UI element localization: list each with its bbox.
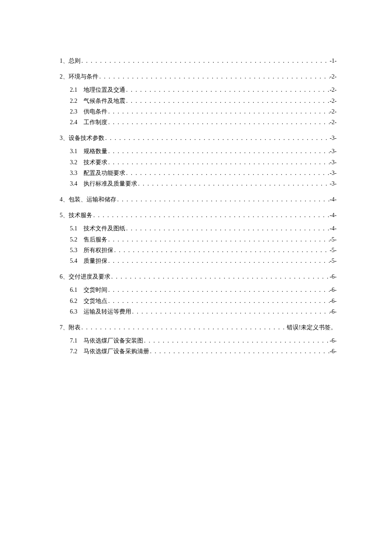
toc-entry-sub: 6.3运输及转运等费用-6- (60, 306, 337, 317)
toc-page-number: -4- (330, 194, 337, 205)
toc-page-number: 错误!未定义书签。 (287, 322, 337, 333)
toc-page-number: -1- (330, 55, 337, 66)
toc-page-number: -6- (330, 346, 337, 357)
toc-entry-sub: 5.4质量担保-5- (60, 256, 337, 266)
toc-leader-dots (107, 296, 330, 306)
toc-children: 2.1地理位置及交通-2-2.2气候条件及地震-2-2.3供电条件-2-2.4工… (60, 84, 337, 128)
toc-title: 地理位置及交通 (84, 84, 125, 95)
toc-leader-dots (107, 106, 330, 117)
toc-number: 4、 (60, 194, 69, 205)
toc-title: 马依选煤厂设备采购清册 (84, 346, 149, 357)
toc-entry-sub: 7.2马依选煤厂设备采购清册-6- (60, 346, 337, 357)
toc-number: 3.1 (70, 146, 84, 157)
toc-number: 7.2 (70, 346, 84, 357)
toc-leader-dots (125, 84, 330, 95)
toc-leader-dots (107, 117, 330, 128)
toc-leader-dots (98, 71, 330, 82)
toc-entry-sub: 7.1马依选煤厂设备安装图-6- (60, 335, 337, 346)
toc-number: 6.1 (70, 285, 84, 295)
toc-number: 7、 (60, 322, 69, 333)
toc-number: 5、 (60, 210, 69, 221)
toc-number: 3.4 (70, 178, 84, 189)
toc-number: 2.1 (70, 84, 84, 95)
toc-title: 配置及功能要求 (84, 168, 125, 178)
toc-number: 5.3 (70, 245, 84, 256)
toc-section: 1、总则-1- (60, 55, 337, 66)
toc-leader-dots (110, 271, 330, 282)
toc-entry-sub: 3.4执行标准及质量要求-3- (60, 178, 337, 189)
toc-number: 2.4 (70, 117, 84, 128)
toc-title: 马依选煤厂设备安装图 (84, 335, 143, 346)
toc-leader-dots (137, 178, 330, 189)
toc-number: 6.2 (70, 296, 84, 306)
toc-leader-dots (81, 322, 287, 333)
toc-section: 7、附表错误!未定义书签。7.1马依选煤厂设备安装图-6-7.2马依选煤厂设备采… (60, 322, 337, 357)
toc-number: 7.1 (70, 335, 84, 346)
toc-leader-dots (131, 306, 330, 317)
toc-section: 6、交付进度及要求-6-6.1交货时间-6-6.2交货地点-6-6.3运输及转运… (60, 271, 337, 317)
toc-page-number: -2- (330, 106, 337, 117)
toc-page-number: -3- (330, 133, 337, 143)
toc-page-number: -2- (330, 71, 337, 82)
toc-leader-dots (143, 335, 330, 346)
toc-title: 附表 (69, 322, 81, 333)
toc-title: 工作制度 (84, 117, 107, 128)
toc-page-number: -6- (330, 335, 337, 346)
toc-entry-main: 4、包装、运输和储存-4- (60, 194, 337, 205)
toc-entry-sub: 2.4工作制度-2- (60, 117, 337, 128)
toc-page-number: -6- (330, 271, 337, 282)
toc-page-number: -3- (330, 168, 337, 178)
toc-entry-sub: 3.2技术要求-3- (60, 157, 337, 168)
toc-leader-dots (104, 133, 330, 143)
toc-title: 售后服务 (84, 234, 107, 245)
toc-title: 供电条件 (84, 106, 107, 117)
toc-title: 包装、运输和储存 (69, 194, 116, 205)
toc-entry-main: 6、交付进度及要求-6- (60, 271, 337, 282)
toc-entry-sub: 5.1技术文件及图纸-4- (60, 223, 337, 234)
toc-leader-dots (107, 146, 330, 157)
toc-title: 交货时间 (84, 285, 107, 295)
toc-leader-dots (107, 256, 330, 266)
toc-entry-main: 7、附表错误!未定义书签。 (60, 322, 337, 333)
toc-number: 2、 (60, 71, 69, 82)
toc-number: 3.2 (70, 157, 84, 168)
toc-entry-sub: 5.2售后服务-5- (60, 234, 337, 245)
toc-title: 总则 (69, 55, 81, 66)
toc-entry-main: 3、设备技术参数-3- (60, 133, 337, 143)
toc-leader-dots (107, 157, 330, 168)
toc-section: 5、技术服务-4-5.1技术文件及图纸-4-5.2售后服务-5-5.3所有权担保… (60, 210, 337, 266)
toc-number: 3.3 (70, 168, 84, 178)
toc-children: 6.1交货时间-6-6.2交货地点-6-6.3运输及转运等费用-6- (60, 285, 337, 317)
toc-title: 交付进度及要求 (69, 271, 110, 282)
toc-entry-sub: 3.1规格数量-3- (60, 146, 337, 157)
toc-children: 7.1马依选煤厂设备安装图-6-7.2马依选煤厂设备采购清册-6- (60, 335, 337, 357)
toc-entry-main: 2、环境与条件-2- (60, 71, 337, 82)
toc-title: 技术要求 (84, 157, 107, 168)
toc-number: 6.3 (70, 306, 84, 317)
toc-entry-sub: 2.1地理位置及交通-2- (60, 84, 337, 95)
toc-leader-dots (125, 96, 330, 106)
toc-entry-sub: 2.3供电条件-2- (60, 106, 337, 117)
toc-number: 2.2 (70, 96, 84, 106)
toc-entry-sub: 3.3配置及功能要求-3- (60, 168, 337, 178)
toc-page-number: -6- (330, 306, 337, 317)
toc-title: 质量担保 (84, 256, 107, 266)
toc-title: 规格数量 (84, 146, 107, 157)
toc-title: 交货地点 (84, 296, 107, 306)
toc-page-number: -5- (330, 234, 337, 245)
toc-leader-dots (125, 168, 330, 178)
toc-title: 技术服务 (69, 210, 92, 221)
toc-page-number: -2- (330, 84, 337, 95)
toc-number: 3、 (60, 133, 69, 143)
toc-page-number: -5- (330, 256, 337, 266)
toc-page-number: -6- (330, 285, 337, 295)
toc-title: 所有权担保 (84, 245, 113, 256)
toc-title: 气候条件及地震 (84, 96, 125, 106)
toc-page-number: -6- (330, 296, 337, 306)
toc-section: 2、环境与条件-2-2.1地理位置及交通-2-2.2气候条件及地震-2-2.3供… (60, 71, 337, 128)
toc-entry-main: 1、总则-1- (60, 55, 337, 66)
toc-children: 3.1规格数量-3-3.2技术要求-3-3.3配置及功能要求-3-3.4执行标准… (60, 146, 337, 189)
toc-title: 运输及转运等费用 (84, 306, 131, 317)
toc-number: 5.4 (70, 256, 84, 266)
toc-page-number: -2- (330, 117, 337, 128)
